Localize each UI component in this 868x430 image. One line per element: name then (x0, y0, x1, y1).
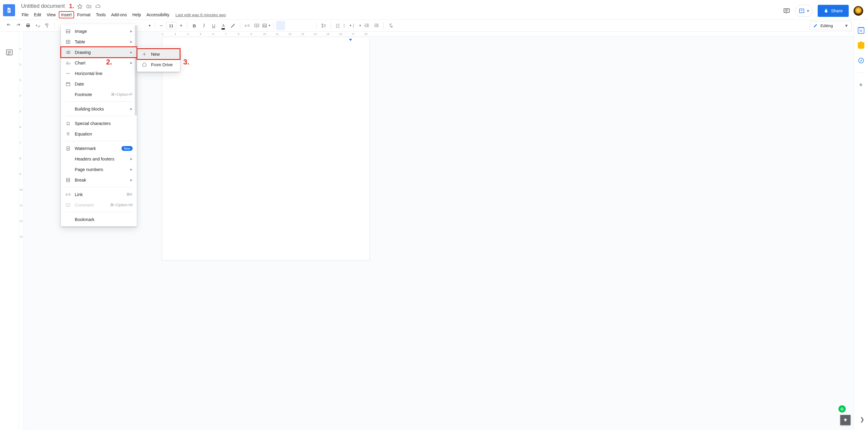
align-justify-button[interactable] (305, 21, 314, 30)
bold-button[interactable]: B (190, 21, 199, 30)
comments-icon[interactable] (783, 7, 790, 14)
underline-button[interactable]: U (209, 21, 218, 30)
print-button[interactable] (24, 21, 33, 30)
font-size-input[interactable] (166, 22, 176, 29)
grammarly-icon[interactable]: G (838, 405, 846, 412)
lock-icon (824, 8, 829, 13)
menu-label: Page numbers (75, 167, 103, 172)
add-comment-button[interactable] (252, 21, 261, 30)
document-page[interactable] (162, 38, 370, 261)
expand-side-panel-button[interactable]: ❯ (860, 416, 864, 423)
menu-help[interactable]: Help (130, 11, 144, 19)
table-icon (65, 39, 71, 45)
numbered-list-button[interactable]: 123▼ (352, 21, 362, 30)
line-spacing-button[interactable] (319, 21, 328, 30)
align-right-button[interactable] (296, 21, 304, 30)
calendar-app-icon[interactable] (858, 27, 864, 34)
annotation-2: 2. (106, 58, 112, 66)
insert-equation[interactable]: Equation (61, 129, 137, 139)
editing-mode-button[interactable]: Editing ▼ (810, 21, 852, 30)
redo-button[interactable] (14, 21, 23, 30)
menu-insert[interactable]: Insert (59, 11, 74, 19)
share-button[interactable]: Share (818, 5, 849, 17)
align-center-button[interactable] (286, 21, 295, 30)
separator (65, 116, 133, 116)
insert-image-button[interactable]: ▼ (262, 21, 271, 30)
separator (273, 22, 274, 29)
avatar[interactable] (854, 6, 863, 16)
explore-button[interactable] (840, 415, 850, 425)
shortcut-label: ⌘+Option+M (110, 203, 133, 207)
insert-break[interactable]: Break ▶ (61, 175, 137, 185)
star-icon[interactable] (76, 3, 83, 10)
insert-link[interactable]: Link ⌘K (61, 189, 137, 200)
pi-icon (65, 131, 71, 137)
italic-button[interactable]: I (199, 21, 209, 30)
insert-special-characters[interactable]: Special characters (61, 118, 137, 129)
drawing-icon (65, 49, 71, 56)
insert-link-button[interactable] (243, 21, 252, 30)
svg-point-5 (344, 24, 344, 24)
new-badge: New (121, 146, 133, 151)
menu-format[interactable]: Format (75, 11, 93, 19)
margin-marker-icon[interactable] (349, 38, 352, 41)
clear-formatting-button[interactable] (386, 21, 395, 30)
comment-icon (65, 202, 71, 208)
menu-edit[interactable]: Edit (32, 11, 44, 19)
insert-chart[interactable]: Chart ▶ (61, 58, 137, 68)
docs-logo[interactable] (3, 4, 15, 16)
editing-mode-label: Editing (820, 24, 833, 28)
get-addons-button[interactable]: + (859, 81, 863, 89)
blocks-icon (65, 106, 71, 112)
insert-page-numbers[interactable]: Page numbers ▶ (61, 164, 137, 175)
drive-icon (141, 62, 147, 68)
menu-addons[interactable]: Add-ons (109, 11, 129, 19)
chevron-right-icon: ▶ (130, 178, 133, 181)
undo-button[interactable] (4, 21, 13, 30)
insert-menu-dropdown: Image ▶ Table ▶ Drawing ▶ Chart ▶ Horizo… (61, 24, 137, 226)
drawing-new[interactable]: New (137, 49, 180, 59)
spellcheck-button[interactable] (33, 21, 42, 30)
align-left-button[interactable] (276, 21, 285, 30)
menu-view[interactable]: View (44, 11, 58, 19)
highlight-button[interactable] (228, 21, 238, 30)
insert-bookmark[interactable]: Bookmark (61, 214, 137, 225)
chevron-right-icon: ▶ (130, 40, 133, 43)
text-color-button[interactable]: A (219, 21, 228, 30)
font-caret-icon[interactable]: ▼ (148, 24, 151, 27)
drawing-from-drive[interactable]: From Drive (137, 59, 180, 70)
present-button[interactable]: ▼ (795, 5, 813, 17)
page-numbers-icon (65, 167, 71, 172)
menu-label: New (151, 52, 160, 57)
horizontal-line-icon (65, 70, 71, 76)
cloud-status-icon[interactable] (95, 3, 101, 10)
document-outline-button[interactable] (5, 48, 13, 56)
last-edit-link[interactable]: Last edit was 6 minutes ago (176, 13, 226, 17)
font-size-decrease[interactable]: − (158, 22, 165, 29)
document-title[interactable]: Untitled document (19, 2, 67, 10)
insert-date[interactable]: Date (61, 78, 137, 89)
insert-table[interactable]: Table ▶ (61, 36, 137, 47)
keep-app-icon[interactable] (858, 42, 864, 49)
paint-format-button[interactable] (43, 21, 52, 30)
move-folder-icon[interactable] (86, 3, 92, 10)
menu-accessibility[interactable]: Accessibility (144, 11, 172, 19)
increase-indent-button[interactable] (372, 21, 381, 30)
svg-rect-2 (8, 11, 9, 11)
insert-headers-footers[interactable]: Headers and footers ▶ (61, 154, 137, 164)
menu-label: Watermark (75, 146, 96, 151)
checklist-button[interactable] (333, 21, 342, 30)
tasks-app-icon[interactable] (858, 57, 864, 64)
menu-file[interactable]: File (19, 11, 31, 19)
bulleted-list-button[interactable]: ▼ (343, 21, 352, 30)
insert-image[interactable]: Image ▶ (61, 26, 137, 36)
decrease-indent-button[interactable] (362, 21, 371, 30)
insert-footnote[interactable]: Footnote ⌘+Option+F (61, 89, 137, 100)
insert-watermark[interactable]: Watermark New (61, 143, 137, 154)
separator (383, 22, 384, 29)
insert-horizontal-line[interactable]: Horizontal line (61, 68, 137, 78)
insert-building-blocks[interactable]: Building blocks ▶ (61, 104, 137, 114)
insert-drawing[interactable]: Drawing ▶ (61, 47, 137, 58)
menu-tools[interactable]: Tools (93, 11, 108, 19)
font-size-increase[interactable]: + (178, 22, 185, 29)
